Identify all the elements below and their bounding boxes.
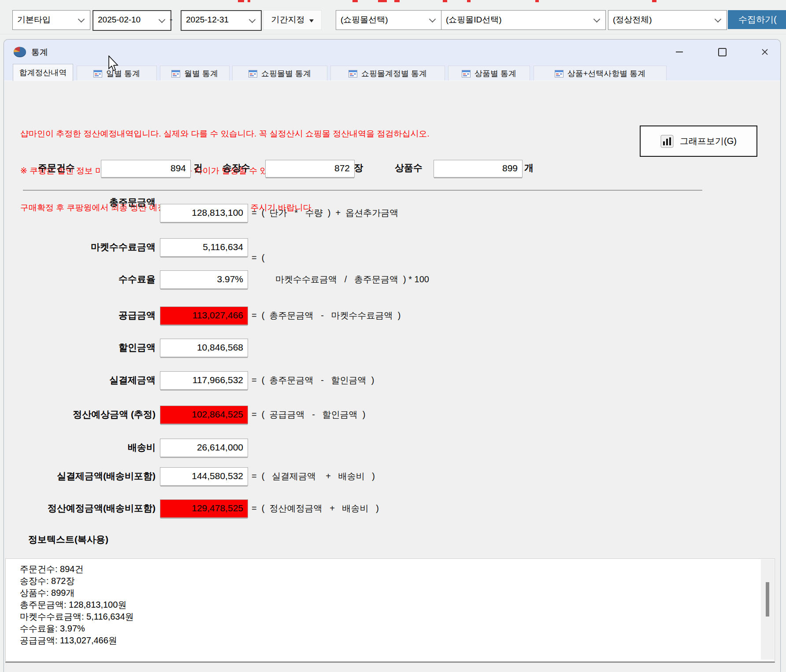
chevron-down-icon: [159, 16, 166, 23]
tab-label: 상품별 통계: [475, 68, 516, 79]
total-order-amount-field[interactable]: 128,813,100: [160, 204, 248, 222]
toolbar-divider: [0, 34, 786, 34]
actual-payment-with-shipping-formula: = ( 실결제금액 + 배송비 ): [252, 467, 375, 485]
invoice-count-field[interactable]: 872: [265, 160, 355, 177]
tab-by-mall-account-stats[interactable]: 쇼핑몰계정별 통계: [330, 66, 445, 81]
order-count-field[interactable]: 894: [101, 160, 191, 177]
actual-payment-amount-field[interactable]: 117,966,532: [160, 371, 248, 390]
date-range-separator: -: [170, 10, 173, 29]
triangle-down-icon: [309, 19, 314, 22]
order-count-unit: 건: [193, 160, 203, 176]
bar-chart-icon: [660, 135, 674, 148]
mall-select[interactable]: (쇼핑몰선택): [336, 10, 441, 30]
actual-payment-with-shipping-field[interactable]: 144,580,532: [160, 467, 248, 486]
tab-monthly-stats[interactable]: 월별 통계: [160, 66, 230, 81]
total-order-amount-formula: = ( 단가 * 수량 ) + 옵션추가금액: [252, 204, 398, 222]
chevron-down-icon: [429, 15, 436, 22]
actual-payment-with-shipping-label: 실결제금액(배송비포함): [17, 467, 156, 485]
actual-payment-amount-formula: = ( 총주문금액 - 할인금액 ): [252, 371, 374, 389]
info-textarea-content: 주문건수: 894건 송장수: 872장 상품수: 899개 총주문금액: 12…: [20, 563, 134, 646]
mall-id-select[interactable]: (쇼핑몰ID선택): [441, 10, 606, 30]
tab-summary-settlement[interactable]: 합계정산내역: [13, 64, 73, 81]
supply-amount-formula: = ( 총주문금액 - 마켓수수료금액 ): [252, 306, 400, 324]
shipping-fee-label: 배송비: [17, 439, 156, 456]
report-type-select[interactable]: 기본타입: [12, 10, 90, 30]
fee-rate-label: 수수료율: [17, 270, 156, 288]
stats-window: 통계 합계정산내역일별 통계월별 통계쇼핑몰별 통계쇼핑몰계정별 통계상품별 통…: [4, 39, 781, 672]
close-button[interactable]: [755, 43, 775, 61]
discount-amount-field[interactable]: 10,846,568: [160, 339, 248, 357]
scrollbar-thumb[interactable]: [766, 582, 769, 617]
screen: 기본타입 2025-02-10 - 2025-12-31 기간지정 (쇼핑몰선택…: [0, 0, 786, 672]
maximize-icon: [718, 48, 727, 56]
pie-chart-icon: [13, 46, 27, 60]
period-button[interactable]: 기간지정: [263, 10, 322, 30]
invoice-count-unit: 장: [354, 160, 363, 176]
warning-line: 샵마인이 추정한 정산예정내역입니다. 실제와 다를 수 있습니다. 꼭 실정산…: [20, 128, 430, 140]
minimize-button[interactable]: [669, 43, 690, 61]
product-count-label: 상품수: [395, 160, 423, 176]
expected-settlement-amount-formula: = ( 공급금액 - 할인금액 ): [252, 406, 365, 423]
tab-label: 쇼핑몰계정별 통계: [361, 68, 427, 79]
tab-strip: 합계정산내역일별 통계월별 통계쇼핑몰별 통계쇼핑몰계정별 통계상품별 통계상품…: [4, 65, 780, 81]
status-select-value: (정상전체): [613, 15, 652, 24]
market-fee-amount-label: 마켓수수료금액: [17, 238, 156, 256]
tab-label: 월별 통계: [184, 68, 218, 79]
expected-settlement-amount-field[interactable]: 102,864,525: [160, 406, 248, 424]
mall-select-value: (쇼핑몰선택): [341, 15, 388, 24]
section-divider: [23, 190, 702, 191]
tab-by-product-stats[interactable]: 상품별 통계: [448, 66, 530, 81]
shipping-fee-field[interactable]: 26,614,000: [160, 439, 248, 457]
product-count-field[interactable]: 899: [434, 160, 523, 177]
vertical-scrollbar[interactable]: [761, 559, 774, 660]
date-to-value: 2025-12-31: [186, 15, 229, 24]
actual-payment-amount-label: 실결제금액: [17, 371, 156, 389]
discount-amount-label: 할인금액: [17, 339, 156, 356]
expected-settlement-with-shipping-label: 정산예정금액(배송비포함): [17, 499, 156, 517]
tab-label: 쇼핑몰별 통계: [261, 68, 311, 79]
maximize-button[interactable]: [712, 43, 732, 61]
tab-label: 상품+선택사항별 통계: [567, 68, 646, 79]
table-icon: [171, 70, 180, 78]
fee-rate-formula: 마켓수수료금액 / 총주문금액 ) * 100: [275, 270, 429, 288]
expected-settlement-amount-label: 정산예상금액 (추정): [17, 406, 156, 423]
titlebar[interactable]: 통계: [4, 40, 780, 65]
collect-button[interactable]: 수집하기(: [728, 10, 786, 29]
tab-label: 합계정산내역: [19, 67, 67, 78]
mouse-cursor: [108, 55, 119, 72]
table-icon: [555, 70, 564, 78]
status-select[interactable]: (정상전체): [608, 10, 727, 30]
market-fee-amount-formula: = (: [252, 249, 264, 266]
report-type-value: 기본타입: [17, 15, 51, 24]
chevron-down-icon: [78, 15, 85, 22]
tab-by-product-option-stats[interactable]: 상품+선택사항별 통계: [534, 66, 667, 81]
date-from-value: 2025-02-10: [98, 15, 141, 24]
supply-amount-label: 공급금액: [17, 306, 156, 324]
order-count-label: 주문건수: [38, 160, 75, 176]
window-title: 통계: [31, 40, 48, 65]
chevron-down-icon: [715, 15, 722, 22]
tab-by-mall-stats[interactable]: 쇼핑몰별 통계: [232, 66, 327, 81]
expected-settlement-with-shipping-field[interactable]: 129,478,525: [160, 499, 248, 518]
info-text-label: 정보텍스트(복사용): [28, 533, 108, 546]
table-icon: [248, 70, 257, 78]
chevron-down-icon: [593, 15, 601, 22]
table-icon: [462, 70, 471, 78]
table-icon: [93, 70, 102, 78]
market-fee-amount-field[interactable]: 5,116,634: [160, 238, 248, 257]
product-count-unit: 개: [524, 160, 534, 176]
period-button-label: 기간지정: [271, 15, 305, 24]
info-textarea[interactable]: 주문건수: 894건 송장수: 872장 상품수: 899개 총주문금액: 12…: [5, 558, 775, 663]
date-from-select[interactable]: 2025-02-10: [93, 10, 171, 31]
mall-id-select-value: (쇼핑몰ID선택): [446, 15, 502, 24]
chevron-down-icon: [249, 16, 256, 23]
total-order-amount-label: 총주문금액: [17, 193, 156, 211]
expected-settlement-with-shipping-formula: = ( 정산예정금액 + 배송비 ): [252, 499, 379, 517]
close-icon: [761, 48, 769, 56]
table-icon: [349, 70, 357, 78]
fee-rate-field[interactable]: 3.97%: [160, 270, 248, 289]
supply-amount-field[interactable]: 113,027,466: [160, 306, 248, 325]
minimize-icon: [676, 52, 683, 52]
date-to-select[interactable]: 2025-12-31: [181, 10, 262, 31]
graph-view-button[interactable]: 그래프보기(G): [640, 126, 757, 157]
